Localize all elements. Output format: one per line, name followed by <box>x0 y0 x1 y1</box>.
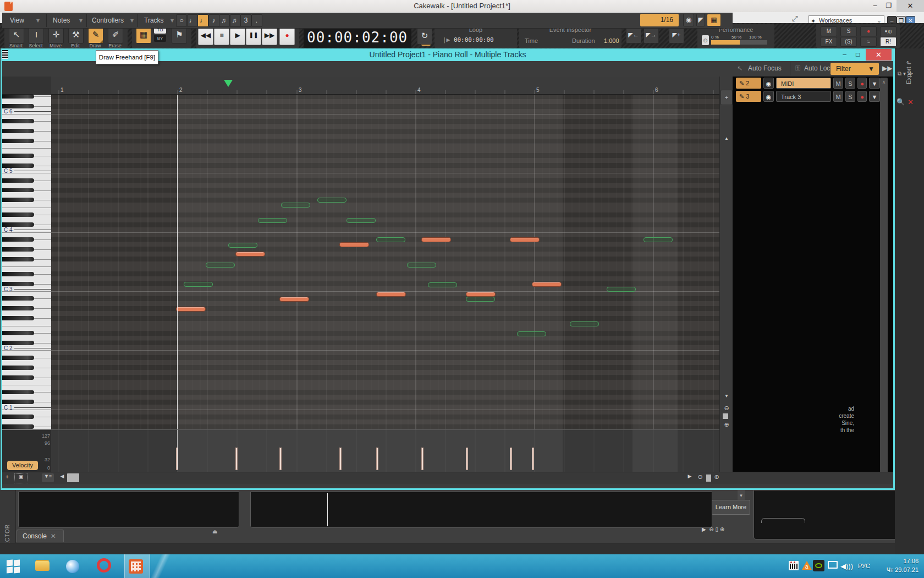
note-value-3[interactable]: ♪ <box>208 14 219 27</box>
velocity-bar[interactable] <box>339 448 342 470</box>
velocity-bar[interactable] <box>532 448 534 470</box>
zoom-slider-h[interactable] <box>706 475 711 482</box>
dock-icons[interactable]: ⧉ ▾ ≫ <box>898 70 922 77</box>
dock-zoom-controls[interactable]: ▶ ⊖ ▯ ⊕ <box>702 526 737 534</box>
track-name[interactable]: MIDI <box>776 78 831 89</box>
replace-button[interactable]: R! <box>880 37 897 47</box>
track-row-midi[interactable]: ✎ 2◉MIDIMS●▼ <box>735 78 892 90</box>
velocity-grid[interactable] <box>51 429 719 472</box>
track-pencil-number[interactable]: ✎ 3 <box>736 91 761 102</box>
midi-note-orange[interactable] <box>532 282 562 287</box>
auto-lock-label[interactable]: Auto Lock <box>804 64 833 72</box>
mute-button[interactable]: M <box>821 26 837 36</box>
close-search-icon[interactable]: ✕ <box>908 98 919 107</box>
lane-collapse-icon[interactable]: ▼≡ <box>42 473 54 482</box>
add-lane-button[interactable]: + <box>721 90 733 105</box>
black-key[interactable] <box>2 306 34 310</box>
midi-note-green[interactable] <box>466 297 495 302</box>
track-mute-button[interactable]: M <box>833 91 843 102</box>
main-maximize-button[interactable]: ❐ <box>884 2 893 10</box>
select-region-icon[interactable]: ▣ <box>14 473 28 483</box>
black-key[interactable] <box>2 198 34 202</box>
black-key[interactable] <box>2 366 34 370</box>
black-key[interactable] <box>2 222 34 227</box>
midi-note-orange[interactable] <box>176 307 206 312</box>
note-value-5[interactable]: ♬ <box>230 14 241 27</box>
search-icon[interactable]: 🔍 <box>897 98 905 107</box>
scroll-up-icon[interactable]: ∧ <box>880 79 888 85</box>
zoom-out-h-icon[interactable]: ⊖ <box>696 473 704 482</box>
midi-note-orange[interactable] <box>235 252 265 257</box>
midi-note-orange[interactable] <box>279 297 309 302</box>
arm-record-button[interactable]: ● <box>860 26 877 36</box>
pr-minimize-button[interactable]: – <box>840 51 849 58</box>
black-key[interactable] <box>2 415 34 419</box>
taskbar-cakewalk-icon[interactable] <box>129 559 143 574</box>
taskbar-explorer-icon[interactable] <box>35 559 51 574</box>
midi-note-orange[interactable] <box>376 292 406 297</box>
fx-button[interactable]: FX <box>821 37 837 47</box>
timeline-ruler[interactable]: 123456 <box>51 77 719 95</box>
black-key[interactable] <box>2 237 34 242</box>
midi-note-orange[interactable] <box>466 292 496 297</box>
black-key[interactable] <box>2 139 34 143</box>
velocity-lane-button[interactable]: Velocity <box>7 461 38 470</box>
zoom-in-v-icon[interactable]: ⊕ <box>722 421 732 428</box>
velocity-bar[interactable] <box>466 448 468 470</box>
black-key[interactable] <box>2 247 34 252</box>
velocity-bar[interactable] <box>376 448 378 470</box>
tray-nvidia-icon[interactable] <box>813 560 824 571</box>
track-record-button[interactable]: ● <box>857 91 867 102</box>
black-key[interactable] <box>2 375 34 380</box>
black-key[interactable] <box>2 188 34 193</box>
add-lane-icon[interactable]: + <box>3 473 11 482</box>
midi-note-green[interactable] <box>407 263 436 268</box>
velocity-bar[interactable] <box>510 448 512 470</box>
note-value-2[interactable]: ♩ <box>197 14 208 27</box>
scroll-up-icon[interactable]: ▲ <box>722 136 732 141</box>
scroll-right-icon[interactable]: ▶ <box>686 473 693 482</box>
black-key[interactable] <box>2 424 34 429</box>
pr-menu-view[interactable]: View <box>10 15 24 25</box>
black-key[interactable] <box>2 129 34 133</box>
pr-menu-controllers[interactable]: Controllers <box>92 15 124 25</box>
midi-plug-icon[interactable]: ◉ <box>683 14 694 26</box>
midi-note-green[interactable] <box>228 243 257 248</box>
zoom-in-h-icon[interactable]: ⊕ <box>713 473 721 482</box>
tray-clock-time[interactable]: 17:06 <box>880 558 919 564</box>
midi-note-orange[interactable] <box>421 237 451 242</box>
tab-console[interactable]: Console ✕ <box>16 530 64 542</box>
pr-menu-tracks[interactable]: Tracks <box>144 15 164 25</box>
note-value-4[interactable]: ♬ <box>219 14 230 27</box>
black-key[interactable] <box>2 331 34 335</box>
loop-icon[interactable]: ↻ <box>417 27 432 45</box>
black-key[interactable] <box>2 163 34 168</box>
note-value-7[interactable]: . <box>251 14 262 27</box>
main-minimize-button[interactable]: – <box>871 2 879 10</box>
sync-button[interactable]: (S) <box>840 37 857 47</box>
black-key[interactable] <box>2 272 34 276</box>
filter-chip[interactable]: Filter▼ <box>831 63 879 75</box>
note-value-0[interactable]: ○ <box>176 14 187 27</box>
track-row-track-3[interactable]: ✎ 3◉Track 3MS●▼ <box>735 91 892 103</box>
scroll-down-icon[interactable]: ▼ <box>722 394 732 399</box>
snap-resolution-chip[interactable]: 1/16 <box>640 14 679 26</box>
midi-note-green[interactable] <box>607 287 636 292</box>
grid-view-icon[interactable]: ▦ <box>707 14 721 26</box>
main-close-button[interactable]: ✕ <box>897 0 924 12</box>
start-button[interactable] <box>7 560 20 573</box>
midi-note-orange[interactable] <box>339 242 369 247</box>
speaker-button[interactable]: ●))) <box>880 26 897 36</box>
midi-note-green[interactable] <box>376 237 405 242</box>
midi-note-green[interactable] <box>517 331 546 336</box>
taskbar-media-player-icon[interactable] <box>66 559 81 574</box>
note-value-6[interactable]: 3 <box>240 14 251 27</box>
black-key[interactable] <box>2 257 34 261</box>
midi-note-green[interactable] <box>281 203 310 208</box>
tray-network-icon[interactable] <box>828 561 839 570</box>
track-record-button[interactable]: ● <box>857 78 867 89</box>
track-solo-button[interactable]: S <box>845 91 855 102</box>
track-name[interactable]: Track 3 <box>776 91 831 102</box>
tray-speaker-icon[interactable]: ◀))) <box>840 562 853 570</box>
midi-note-green[interactable] <box>346 218 376 223</box>
